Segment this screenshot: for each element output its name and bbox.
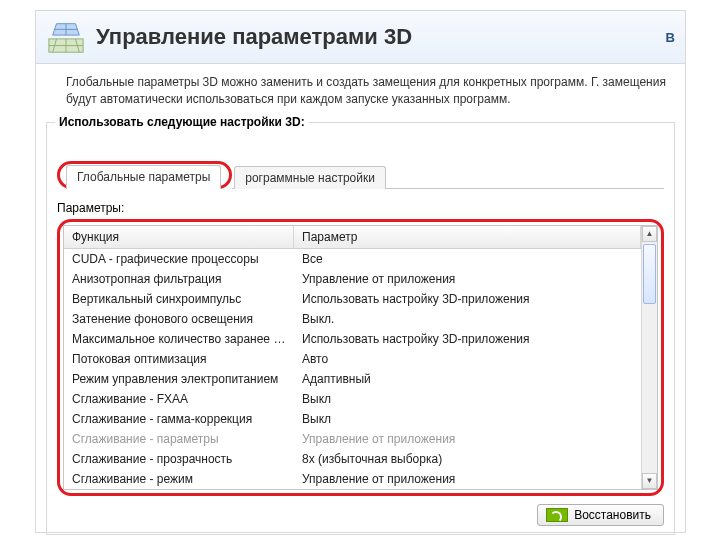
cell-parameter: Выкл: [294, 412, 641, 426]
cell-function: Сглаживание - FXAA: [64, 392, 294, 406]
cell-function: Сглаживание - гамма-коррекция: [64, 412, 294, 426]
cell-function: Потоковая оптимизация: [64, 352, 294, 366]
table-body: CUDA - графические процессорыВсеАнизотро…: [64, 249, 641, 489]
table-row[interactable]: Вертикальный синхроимпульсИспользовать н…: [64, 289, 641, 309]
table-row[interactable]: Затенение фонового освещенияВыкл.: [64, 309, 641, 329]
tabs-row: Глобальные параметры рограммные настройк…: [57, 147, 664, 189]
parameters-label: Параметры:: [57, 201, 664, 215]
restore-button-label: Восстановить: [574, 508, 651, 522]
cell-parameter: Использовать настройку 3D-приложения: [294, 332, 641, 346]
table-row[interactable]: CUDA - графические процессорыВсе: [64, 249, 641, 269]
cell-function: Затенение фонового освещения: [64, 312, 294, 326]
scroll-down-icon[interactable]: ▼: [642, 473, 657, 489]
cell-parameter: Все: [294, 252, 641, 266]
cell-parameter: Управление от приложения: [294, 432, 641, 446]
table-row[interactable]: Анизотропная фильтрацияУправление от при…: [64, 269, 641, 289]
cell-function: Анизотропная фильтрация: [64, 272, 294, 286]
cell-parameter: Авто: [294, 352, 641, 366]
cell-function: Сглаживание - режим: [64, 472, 294, 486]
table-row[interactable]: Сглаживание - прозрачность8x (избыточная…: [64, 449, 641, 469]
column-function[interactable]: Функция: [64, 226, 294, 248]
cell-parameter: Управление от приложения: [294, 472, 641, 486]
restore-button[interactable]: Восстановить: [537, 504, 664, 526]
column-parameter[interactable]: Параметр: [294, 226, 641, 248]
cell-parameter: Адаптивный: [294, 372, 641, 386]
tab-program[interactable]: рограммные настройки: [234, 166, 386, 189]
table-row[interactable]: Сглаживание - параметрыУправление от при…: [64, 429, 641, 449]
header-3d-icon: [46, 17, 86, 57]
description-text: Глобальные параметры 3D можно заменить и…: [36, 64, 685, 122]
tab-highlight-frame: Глобальные параметры: [57, 161, 232, 189]
table-row[interactable]: Потоковая оптимизацияАвто: [64, 349, 641, 369]
cell-parameter: Выкл.: [294, 312, 641, 326]
table-row[interactable]: Режим управления электропитаниемАдаптивн…: [64, 369, 641, 389]
vertical-scrollbar[interactable]: ▲ ▼: [641, 226, 657, 489]
scroll-thumb[interactable]: [643, 244, 656, 304]
scroll-up-icon[interactable]: ▲: [642, 226, 657, 242]
cell-function: Сглаживание - параметры: [64, 432, 294, 446]
table-header: Функция Параметр: [64, 226, 641, 249]
cell-function: Максимальное количество заранее под...: [64, 332, 294, 346]
cell-function: Вертикальный синхроимпульс: [64, 292, 294, 306]
cell-function: Режим управления электропитанием: [64, 372, 294, 386]
table-highlight-frame: Функция Параметр CUDA - графические проц…: [57, 219, 664, 496]
panel-header: Управление параметрами 3D В: [36, 11, 685, 64]
table-row[interactable]: Максимальное количество заранее под...Ис…: [64, 329, 641, 349]
header-right-char: В: [666, 30, 675, 45]
page-title: Управление параметрами 3D: [96, 24, 666, 50]
cell-function: Сглаживание - прозрачность: [64, 452, 294, 466]
tab-global[interactable]: Глобальные параметры: [66, 165, 221, 189]
cell-parameter: Выкл: [294, 392, 641, 406]
footer-actions: Восстановить: [57, 504, 664, 526]
cell-parameter: 8x (избыточная выборка): [294, 452, 641, 466]
parameters-table: Функция Параметр CUDA - графические проц…: [63, 225, 658, 490]
settings-group: Использовать следующие настройки 3D: Гло…: [46, 122, 675, 535]
settings-panel: Управление параметрами 3D В Глобальные п…: [35, 10, 686, 533]
cell-parameter: Использовать настройку 3D-приложения: [294, 292, 641, 306]
group-title: Использовать следующие настройки 3D:: [55, 115, 309, 129]
table-row[interactable]: Сглаживание - режимУправление от приложе…: [64, 469, 641, 489]
table-row[interactable]: Сглаживание - FXAAВыкл: [64, 389, 641, 409]
table-row[interactable]: Сглаживание - гамма-коррекцияВыкл: [64, 409, 641, 429]
cell-parameter: Управление от приложения: [294, 272, 641, 286]
cell-function: CUDA - графические процессоры: [64, 252, 294, 266]
nvidia-icon: [546, 508, 568, 522]
